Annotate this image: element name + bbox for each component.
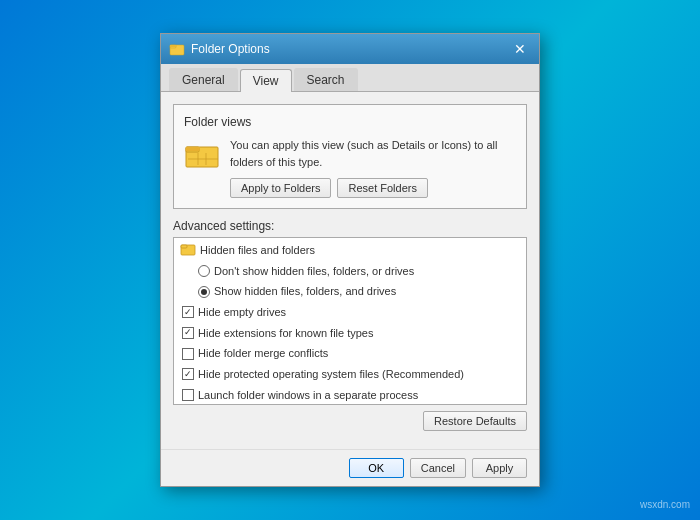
advanced-listbox[interactable]: Hidden files and folders Don't show hidd… [173,237,527,405]
dialog-icon [169,41,185,57]
list-item[interactable]: ✓ Hide extensions for known file types [176,323,524,344]
checkbox-hide-merge[interactable] [182,348,194,360]
tab-bar: General View Search [161,64,539,92]
list-item[interactable]: Don't show hidden files, folders, or dri… [176,261,524,282]
dialog-content: Folder views You can apply this view (su… [161,92,539,449]
radio-dont-show[interactable] [198,265,210,277]
tab-general[interactable]: General [169,68,238,91]
folder-views-icon [184,139,220,171]
list-item[interactable]: Show hidden files, folders, and drives [176,281,524,302]
advanced-settings-section: Advanced settings: Hidden files and fold… [173,219,527,431]
advanced-label: Advanced settings: [173,219,527,233]
tab-search[interactable]: Search [294,68,358,91]
reset-folders-button[interactable]: Reset Folders [337,178,427,198]
folder-views-title: Folder views [184,115,516,129]
list-item[interactable]: ✓ Hide empty drives [176,302,524,323]
checkbox-hide-extensions[interactable]: ✓ [182,327,194,339]
cancel-button[interactable]: Cancel [410,458,466,478]
svg-marker-5 [186,147,200,151]
svg-marker-2 [170,45,177,47]
bottom-button-bar: OK Cancel Apply [161,449,539,486]
list-item: Hidden files and folders [176,240,524,261]
checkbox-hide-empty[interactable]: ✓ [182,306,194,318]
list-item[interactable]: Launch folder windows in a separate proc… [176,385,524,405]
checkbox-hide-protected[interactable]: ✓ [182,368,194,380]
folder-views-section: Folder views You can apply this view (su… [173,104,527,209]
folder-options-dialog: Folder Options ✕ General View Search Fol… [160,33,540,487]
ok-button[interactable]: OK [349,458,404,478]
svg-rect-10 [181,245,187,248]
radio-show-hidden[interactable] [198,286,210,298]
checkbox-launch-folder[interactable] [182,389,194,401]
title-bar: Folder Options ✕ [161,34,539,64]
apply-to-folders-button[interactable]: Apply to Folders [230,178,331,198]
watermark: wsxdn.com [640,499,690,510]
restore-defaults-button[interactable]: Restore Defaults [423,411,527,431]
apply-button[interactable]: Apply [472,458,527,478]
list-item[interactable]: Hide folder merge conflicts [176,343,524,364]
dialog-title: Folder Options [191,42,270,56]
close-button[interactable]: ✕ [509,40,531,58]
folder-views-description: You can apply this view (such as Details… [230,137,516,170]
list-item[interactable]: ✓ Hide protected operating system files … [176,364,524,385]
tab-view[interactable]: View [240,69,292,92]
